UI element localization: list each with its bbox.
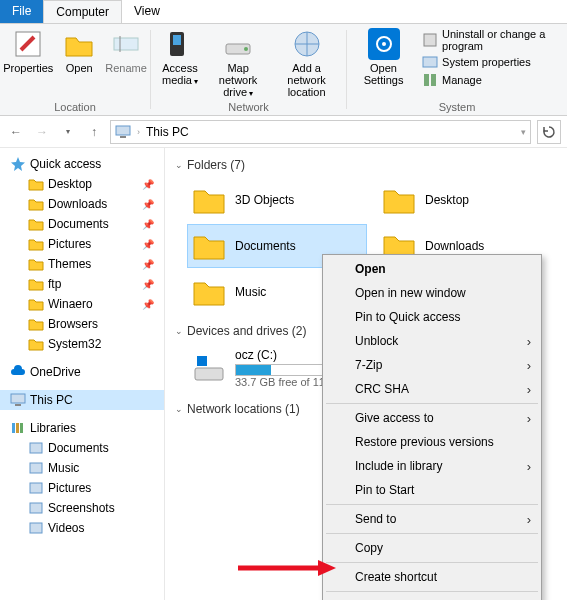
folder-icon — [28, 176, 44, 192]
svg-point-10 — [382, 42, 386, 46]
library-icon — [28, 460, 44, 476]
folder-item[interactable]: Desktop — [377, 178, 557, 222]
library-icon — [28, 440, 44, 456]
onedrive-label: OneDrive — [30, 365, 81, 379]
sidebar-item-label: Pictures — [48, 481, 91, 495]
annotation-arrow — [238, 558, 338, 578]
tab-view[interactable]: View — [122, 0, 172, 23]
sidebar-item[interactable]: Downloads📌 — [0, 194, 164, 214]
open-button[interactable]: Open — [59, 26, 99, 76]
refresh-button[interactable] — [537, 120, 561, 144]
sidebar-libraries[interactable]: Libraries — [0, 418, 164, 438]
cloud-icon — [10, 364, 26, 380]
cm-7zip[interactable]: 7-Zip — [325, 353, 539, 377]
libraries-label: Libraries — [30, 421, 76, 435]
ribbon-group-system: System — [347, 101, 567, 113]
svg-rect-26 — [30, 523, 42, 533]
folder-icon — [28, 256, 44, 272]
cm-open-new-window[interactable]: Open in new window — [325, 281, 539, 305]
cm-crc-sha[interactable]: CRC SHA — [325, 377, 539, 401]
svg-rect-18 — [15, 404, 21, 406]
nav-forward-button[interactable]: → — [32, 122, 52, 142]
media-icon — [164, 28, 196, 60]
sidebar-onedrive[interactable]: OneDrive — [0, 362, 164, 382]
folder-item[interactable]: 3D Objects — [187, 178, 367, 222]
drive-icon — [191, 350, 227, 386]
cm-create-shortcut[interactable]: Create shortcut — [325, 565, 539, 589]
cm-give-access[interactable]: Give access to — [325, 406, 539, 430]
rename-button[interactable]: Rename — [101, 26, 151, 76]
sidebar-item-label: Themes — [48, 257, 91, 271]
sidebar-item[interactable]: Themes📌 — [0, 254, 164, 274]
open-settings-button[interactable]: Open Settings — [351, 26, 416, 88]
tab-file[interactable]: File — [0, 0, 43, 23]
map-network-drive-button[interactable]: Map network drive — [207, 26, 269, 101]
properties-label: Properties — [3, 62, 53, 74]
map-drive-label: Map network drive — [211, 62, 265, 99]
sidebar-item-label: Downloads — [48, 197, 107, 211]
folder-label: Desktop — [425, 193, 469, 207]
address-field[interactable]: › This PC ▾ — [110, 120, 531, 144]
cm-copy[interactable]: Copy — [325, 536, 539, 560]
sidebar-item[interactable]: Winaero📌 — [0, 294, 164, 314]
tab-computer[interactable]: Computer — [43, 0, 122, 23]
sidebar-item-label: Screenshots — [48, 501, 115, 515]
chevron-down-icon[interactable]: ▾ — [521, 127, 526, 137]
sysprops-label: System properties — [442, 56, 531, 68]
sidebar-library-item[interactable]: Documents — [0, 438, 164, 458]
svg-rect-13 — [424, 74, 429, 86]
uninstall-program-button[interactable]: Uninstall or change a program — [422, 28, 559, 52]
manage-icon — [422, 72, 438, 88]
chevron-down-icon: ⌄ — [175, 326, 183, 336]
section-folders[interactable]: ⌄ Folders (7) — [175, 158, 567, 172]
sidebar-item[interactable]: Pictures📌 — [0, 234, 164, 254]
folder-icon — [28, 236, 44, 252]
sidebar-this-pc[interactable]: This PC — [0, 390, 164, 410]
folder-icon — [28, 276, 44, 292]
navigation-pane: Quick access Desktop📌Downloads📌Documents… — [0, 148, 165, 600]
cm-open[interactable]: Open — [325, 257, 539, 281]
sidebar-library-item[interactable]: Pictures — [0, 478, 164, 498]
sidebar-item[interactable]: Desktop📌 — [0, 174, 164, 194]
cm-restore-versions[interactable]: Restore previous versions — [325, 430, 539, 454]
system-properties-button[interactable]: System properties — [422, 54, 559, 70]
sidebar-item[interactable]: System32 — [0, 334, 164, 354]
cm-pin-start[interactable]: Pin to Start — [325, 478, 539, 502]
manage-button[interactable]: Manage — [422, 72, 559, 88]
sidebar-item[interactable]: ftp📌 — [0, 274, 164, 294]
nav-recent-button[interactable]: ▾ — [58, 122, 78, 142]
sidebar-item-label: Browsers — [48, 317, 98, 331]
folder-label: Music — [235, 285, 266, 299]
quick-access-label: Quick access — [30, 157, 101, 171]
pin-icon: 📌 — [142, 259, 160, 270]
pin-icon: 📌 — [142, 199, 160, 210]
section-drives-label: Devices and drives (2) — [187, 324, 306, 338]
open-settings-label: Open Settings — [355, 62, 412, 86]
cm-unblock[interactable]: Unblock — [325, 329, 539, 353]
sidebar-quick-access[interactable]: Quick access — [0, 154, 164, 174]
section-netloc-label: Network locations (1) — [187, 402, 300, 416]
svg-rect-20 — [16, 423, 19, 433]
library-icon — [28, 500, 44, 516]
nav-up-button[interactable]: ↑ — [84, 122, 104, 142]
add-network-location-button[interactable]: Add a network location — [271, 26, 342, 101]
cm-pin-quick-access[interactable]: Pin to Quick access — [325, 305, 539, 329]
sidebar-library-item[interactable]: Videos — [0, 518, 164, 538]
context-menu: Open Open in new window Pin to Quick acc… — [322, 254, 542, 600]
manage-label: Manage — [442, 74, 482, 86]
properties-button[interactable]: Properties — [0, 26, 57, 76]
cm-include-library[interactable]: Include in library — [325, 454, 539, 478]
sidebar-item[interactable]: Browsers — [0, 314, 164, 334]
sidebar-library-item[interactable]: Screenshots — [0, 498, 164, 518]
access-media-button[interactable]: Access media — [155, 26, 205, 101]
access-media-label: Access media — [159, 62, 201, 87]
cm-send-to[interactable]: Send to — [325, 507, 539, 531]
svg-rect-22 — [30, 443, 42, 453]
sidebar-item[interactable]: Documents📌 — [0, 214, 164, 234]
cm-properties[interactable]: Properties — [325, 594, 539, 600]
this-pc-icon — [115, 124, 131, 140]
folder-open-icon — [63, 28, 95, 60]
nav-back-button[interactable]: ← — [6, 122, 26, 142]
svg-point-6 — [244, 47, 248, 51]
sidebar-library-item[interactable]: Music — [0, 458, 164, 478]
